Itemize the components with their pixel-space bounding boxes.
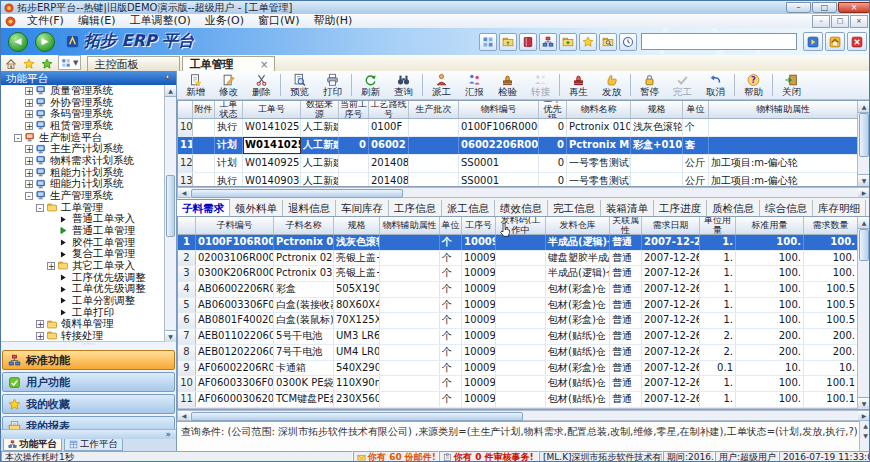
column-header[interactable]: 子料编号 [196,217,274,234]
toolbar-button-cut[interactable]: 删除 [245,73,278,97]
scroll-up-icon[interactable]: ▲ [858,101,870,113]
scroll-up-icon[interactable]: ▲ [165,85,176,97]
toolbar-button-new-doc[interactable]: 新增 [179,73,212,97]
table-row[interactable]: 30300K206R0000Pctronix 0300K亮银上盖+黑个10009… [178,266,870,282]
column-header[interactable]: 数据来源 [301,101,339,118]
vertical-scrollbar[interactable]: ▲▼ [857,217,870,409]
table-row[interactable]: 8AEB0120220600007号干电池UM4 LR03 A个10009包材(… [178,345,870,361]
detail-tab[interactable]: 完工信息 [548,200,601,216]
scroll-right-icon[interactable]: ▶ [858,188,870,197]
expand-icon[interactable]: + [25,169,33,177]
sidebar-tab[interactable]: 功能平台 [3,439,62,451]
column-header[interactable]: 工单 状态 [215,101,243,118]
toolbar-button-inspect[interactable]: 检验 [491,73,524,97]
mdi-close-button[interactable]: × [850,15,868,28]
tree-scrollbar[interactable]: ▲ ▼ [164,85,176,342]
menu-item[interactable]: 业务(O) [198,14,251,27]
expand-icon[interactable]: + [25,122,33,130]
folder-add-button[interactable] [559,33,577,51]
table-row[interactable]: 6AB0801F40020010白盒(装鼠标)70X125X40m个10009包… [178,313,870,329]
detail-tab[interactable]: 退料信息 [283,200,336,216]
search-input[interactable] [641,33,797,50]
notebook-button[interactable] [519,33,537,51]
sidebar-panel-button[interactable]: 我的收藏 [2,394,175,414]
column-header[interactable]: 标准用量 [736,217,804,234]
column-header[interactable]: 需求日期 [642,217,700,234]
vertical-scrollbar[interactable]: ▲▼ [857,101,870,186]
column-header[interactable]: 子料名称 [274,217,334,234]
mdi-minimize-button[interactable]: – [812,15,830,28]
folder-top-button[interactable] [499,33,517,51]
detail-tab[interactable]: 库存汇总 [866,200,870,216]
document-tab[interactable]: 主控面板 [87,56,180,71]
collapse-icon[interactable]: - [36,204,44,212]
home-icon[interactable] [5,58,17,70]
column-header[interactable]: 物料辅助属性 [709,101,858,118]
detail-tab[interactable]: 工序进度 [654,200,707,216]
scroll-thumb[interactable] [191,412,523,421]
org-chart-button[interactable] [539,33,557,51]
table-row[interactable]: 10AF06003306F00500300K PE袋110X90mm.个1000… [178,376,870,392]
scroll-thumb[interactable] [859,229,869,261]
detail-horizontal-scrollbar[interactable]: ◀ ▶ [177,410,870,421]
scroll-down-icon[interactable]: ▼ [858,174,870,186]
collapse-icon[interactable]: - [14,134,22,142]
menu-item[interactable]: 工单调整(O) [122,14,197,27]
toolbar-button-help[interactable]: ?帮助 [737,73,770,97]
favorites-star-icon[interactable] [23,58,35,70]
mdi-restore-button[interactable]: □ [831,15,849,28]
exit-button[interactable] [847,32,867,51]
column-header[interactable]: 工单优先 级 [539,101,567,118]
maximize-button[interactable]: □ [812,2,837,13]
column-header[interactable]: 物料辅助属性 [380,217,440,234]
expand-icon[interactable]: + [36,332,44,340]
toolbar-button-refresh[interactable]: 刷新 [354,73,387,97]
toolbar-button-dispatch[interactable]: 派工 [425,73,458,97]
expand-icon[interactable]: + [47,262,55,270]
column-header[interactable]: 单位 [440,217,462,234]
menu-item[interactable]: 窗口(W) [251,14,306,27]
column-header[interactable]: 附件 [193,101,215,118]
toolbar-button-transfer[interactable]: 转接 [524,73,557,97]
toolbar-button-edit[interactable]: 修改 [212,73,245,97]
close-button[interactable]: × [838,2,870,13]
scroll-right-icon[interactable]: ▶ [858,411,870,420]
close-tab-icon[interactable]: × [260,57,268,71]
folder-find-button[interactable] [599,33,617,51]
column-header[interactable]: 关联属性 [610,217,642,234]
detail-tab[interactable]: 综合信息 [760,200,813,216]
expand-icon[interactable]: + [36,320,44,328]
toolbar-button-report-chart[interactable]: 汇报 [458,73,491,97]
menu-item[interactable]: 帮助(H) [306,14,359,27]
chevron-more-icon[interactable]: » [165,429,171,439]
column-header[interactable]: 工序号 [462,217,496,234]
toolbar-button-regen[interactable]: 再生 [562,73,595,97]
column-header[interactable] [178,101,193,118]
detail-tab[interactable]: 库存明细 [813,200,866,216]
expand-icon[interactable]: + [25,145,33,153]
column-header[interactable]: 当前工 序号 [339,101,369,118]
expand-icon[interactable]: + [25,110,33,118]
column-header[interactable]: 规格 [631,101,683,118]
orders-horizontal-scrollbar[interactable]: ◀ ▶ [177,187,870,198]
column-header[interactable]: 物料名称 [567,101,631,118]
table-row[interactable]: 7AEB0110220600005号干电池UM3 LR6 AA个10009包材(… [178,329,870,345]
sidebar-panel-button[interactable]: 标准功能 [2,350,175,370]
forward-button[interactable]: ▶ [35,32,55,52]
detail-tab[interactable]: 绩效信息 [495,200,548,216]
scroll-thumb[interactable] [191,189,403,198]
view-selector-combo[interactable]: ▼ [58,55,81,70]
expand-icon[interactable]: + [25,180,33,188]
collapse-icon[interactable]: - [25,192,33,200]
scroll-left-icon[interactable]: ◀ [178,411,190,420]
star-yellow-button[interactable] [579,33,597,51]
column-header[interactable]: 需求数量 [804,217,858,234]
sidebar-tab[interactable]: 工作平台 [64,439,123,451]
detail-tab[interactable]: 装箱清单 [601,200,654,216]
toolbar-button-pause[interactable]: 暂停 [633,73,666,97]
back-button[interactable]: ◀ [8,32,28,52]
pin-icon[interactable] [163,74,172,83]
clock-button[interactable] [619,33,637,51]
expand-icon[interactable]: + [25,99,33,107]
column-header[interactable]: 单位用量 [700,217,736,234]
